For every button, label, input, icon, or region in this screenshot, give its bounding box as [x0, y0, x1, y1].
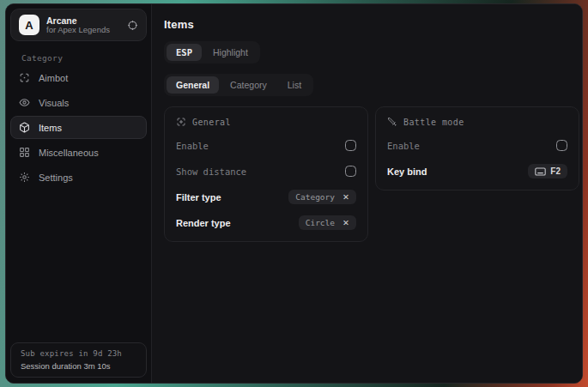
- setting-label: Enable: [176, 141, 209, 151]
- setting-label: Render type: [176, 218, 231, 228]
- setting-row-render-type: Render type Circle ✕: [176, 215, 356, 230]
- tab-highlight[interactable]: Highlight: [203, 44, 258, 61]
- setting-row-show-distance: Show distance: [176, 164, 356, 178]
- keybind-value: F2: [550, 166, 561, 176]
- sidebar: A Arcane for Apex Legends Category: [6, 4, 152, 383]
- sidebar-nav: Aimbot Visuals Items: [10, 66, 147, 189]
- tab-general[interactable]: General: [167, 76, 219, 94]
- selected-value: Category: [295, 192, 335, 202]
- panel-header: Battle mode: [387, 117, 567, 127]
- setting-row-enable: Enable: [387, 138, 567, 153]
- setting-label: Enable: [387, 141, 420, 151]
- setting-row-enable: Enable: [176, 138, 356, 153]
- sidebar-section-label: Category: [21, 53, 147, 63]
- crosshair-icon: [176, 117, 186, 127]
- view-tabbar: General Category List: [164, 74, 313, 96]
- sidebar-item-settings[interactable]: Settings: [10, 166, 147, 189]
- show-distance-checkbox[interactable]: [345, 166, 356, 177]
- eye-icon: [19, 97, 30, 108]
- battle-enable-checkbox[interactable]: [556, 140, 567, 151]
- mode-tabbar: ESP Highlight: [164, 41, 260, 63]
- scan-icon: [19, 72, 30, 83]
- keybind-button[interactable]: F2: [528, 164, 567, 178]
- sidebar-item-label: Visuals: [39, 98, 69, 108]
- gear-icon: [19, 172, 30, 183]
- selected-value: Circle: [306, 218, 335, 227]
- sub-expiry-text: Sub expires in 9d 23h: [21, 349, 136, 358]
- brand-title: Arcane: [46, 15, 120, 26]
- brand-logo: A: [19, 15, 39, 35]
- box-icon: [19, 122, 30, 133]
- setting-label: Key bind: [387, 166, 427, 177]
- sword-icon: [387, 117, 397, 127]
- brand-subtitle: for Apex Legends: [46, 26, 120, 35]
- sidebar-item-aimbot[interactable]: Aimbot: [10, 66, 147, 89]
- setting-label: Show distance: [176, 166, 246, 177]
- brand-card: A Arcane for Apex Legends: [10, 9, 147, 41]
- sidebar-item-label: Settings: [39, 172, 73, 183]
- panel-battle-mode: Battle mode Enable Key bind: [375, 106, 579, 190]
- keyboard-icon: [535, 167, 546, 176]
- filter-type-select[interactable]: Category ✕: [288, 190, 356, 204]
- session-duration-text: Session duration 3m 10s: [21, 361, 136, 371]
- subscription-info-box: Sub expires in 9d 23h Session duration 3…: [10, 342, 147, 378]
- panel-title: General: [192, 118, 231, 127]
- setting-row-key-bind: Key bind F2: [387, 164, 567, 178]
- enable-checkbox[interactable]: [345, 140, 356, 151]
- sidebar-item-label: Aimbot: [39, 73, 68, 83]
- sidebar-item-items[interactable]: Items: [10, 116, 147, 139]
- page-title: Items: [164, 18, 579, 31]
- panel-title: Battle mode: [403, 118, 464, 127]
- panel-header: General: [176, 117, 356, 127]
- tab-category[interactable]: Category: [221, 76, 276, 94]
- grid-icon: [19, 147, 30, 158]
- sidebar-item-miscellaneous[interactable]: Miscellaneous: [10, 141, 147, 164]
- sidebar-item-label: Items: [39, 123, 62, 133]
- clear-icon[interactable]: ✕: [342, 219, 349, 227]
- setting-label: Filter type: [176, 192, 221, 203]
- main-content: Items ESP Highlight General Category Lis…: [152, 4, 583, 383]
- sidebar-item-visuals[interactable]: Visuals: [10, 91, 147, 114]
- crosshair-icon[interactable]: [127, 20, 138, 31]
- tab-list[interactable]: List: [278, 76, 311, 94]
- render-type-select[interactable]: Circle ✕: [299, 215, 356, 230]
- setting-row-filter-type: Filter type Category ✕: [176, 190, 356, 204]
- panel-general: General Enable Show distance Filter type…: [164, 106, 368, 242]
- sidebar-item-label: Miscellaneous: [39, 148, 99, 158]
- tab-esp[interactable]: ESP: [167, 44, 202, 61]
- clear-icon[interactable]: ✕: [342, 193, 349, 202]
- app-window: A Arcane for Apex Legends Category: [5, 3, 583, 384]
- panels-container: General Enable Show distance Filter type…: [164, 106, 579, 242]
- brand-text: Arcane for Apex Legends: [46, 15, 120, 35]
